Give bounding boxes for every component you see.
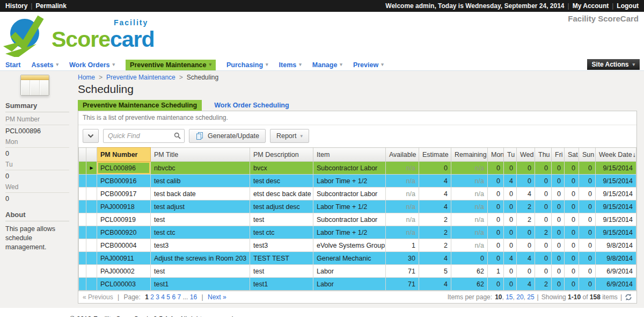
cell-fri[interactable]: 0 <box>552 278 565 291</box>
report-button[interactable]: Report ▾ <box>270 129 309 143</box>
next-page-button[interactable]: Next » <box>208 293 226 301</box>
cell-wed[interactable]: 0 <box>517 162 535 175</box>
site-actions-button[interactable]: Site Actions ▾ <box>587 59 640 70</box>
page-link-3[interactable]: 3 <box>156 293 159 301</box>
cell-available[interactable]: n/a <box>386 162 419 175</box>
cell-sat[interactable]: 0 <box>565 175 579 188</box>
cell-week-date[interactable]: 9/15/2014 <box>596 226 636 239</box>
cell-pm-title[interactable]: Adjust the screws in Room 203 <box>151 252 250 265</box>
cell-fri[interactable]: 0 <box>552 162 565 175</box>
cell-pm-number[interactable]: PCB000917 <box>97 188 151 200</box>
cell-pm-title[interactable]: test ctc <box>151 226 250 239</box>
table-row-pcl000919[interactable]: PCL000919testtestSubcontractor Laborn/a2… <box>79 213 636 226</box>
column-header-remaining[interactable]: Remaining <box>451 148 488 162</box>
cell-pm-number[interactable]: PCB000920 <box>97 226 151 239</box>
cell-available[interactable]: 71 <box>386 265 419 278</box>
cell-mon[interactable]: 0 <box>488 278 504 291</box>
cell-pm-description[interactable]: test <box>250 213 313 226</box>
cell-pm-description[interactable]: etst desc back date <box>250 188 313 200</box>
cell-pm-number[interactable]: PAJ000002 <box>97 265 151 278</box>
column-header-fri[interactable]: Fri <box>552 148 565 162</box>
nav-item-assets[interactable]: Assets▾ <box>31 61 58 69</box>
cell-fri[interactable]: 0 <box>552 226 565 239</box>
cell-sun[interactable]: 0 <box>579 188 596 200</box>
cell-sun[interactable]: 0 <box>579 213 596 226</box>
cell-fri[interactable]: 0 <box>552 200 565 213</box>
cell-mon[interactable]: 1 <box>488 265 504 278</box>
cell-sun[interactable]: 0 <box>579 239 596 252</box>
cell-sun[interactable]: 0 <box>579 162 596 175</box>
tab-work-order-scheduling[interactable]: Work Order Scheduling <box>209 100 294 111</box>
cell-thu[interactable]: 2 <box>535 226 552 239</box>
column-header-pm-number[interactable]: PM Number <box>97 148 151 162</box>
nav-item-items[interactable]: Items▾ <box>279 61 302 69</box>
cell-week-date[interactable]: 6/9/2014 <box>596 278 636 291</box>
cell-tu[interactable]: 0 <box>504 239 517 252</box>
cell-sun[interactable]: 0 <box>579 278 596 291</box>
cell-mon[interactable]: 0 <box>488 239 504 252</box>
cell-tu[interactable]: 4 <box>504 175 517 188</box>
cell-wed[interactable]: 4 <box>517 278 535 291</box>
cell-remaining[interactable]: n/a <box>451 239 488 252</box>
table-row-paj000918[interactable]: PAJ000918test adjusttest adjust descLabo… <box>79 200 636 213</box>
cell-wed[interactable]: 2 <box>517 200 535 213</box>
column-header-pm-title[interactable]: PM Title <box>151 148 250 162</box>
cell-estimate[interactable]: 2 <box>419 226 451 239</box>
nav-item-purchasing[interactable]: Purchasing▾ <box>226 61 268 69</box>
refresh-button[interactable] <box>625 293 632 301</box>
cell-tu[interactable]: 4 <box>504 252 517 265</box>
cell-tu[interactable]: 0 <box>504 188 517 200</box>
cell-remaining[interactable]: n/a <box>451 213 488 226</box>
cell-remaining[interactable]: n/a <box>451 200 488 213</box>
cell-week-date[interactable]: 9/8/2014 <box>596 239 636 252</box>
cell-thu[interactable]: 0 <box>535 239 552 252</box>
cell-pm-number[interactable]: PAJ000911 <box>97 252 151 265</box>
cell-week-date[interactable]: 6/9/2014 <box>596 265 636 278</box>
cell-wed[interactable]: 0 <box>517 239 535 252</box>
cell-sat[interactable]: 0 <box>565 188 579 200</box>
breadcrumb-item-home[interactable]: Home <box>78 74 95 81</box>
cell-mon[interactable]: 0 <box>488 188 504 200</box>
cell-sat[interactable]: 0 <box>565 252 579 265</box>
cell-thu[interactable]: 0 <box>535 213 552 226</box>
cell-pm-title[interactable]: nbvcbc <box>151 162 250 175</box>
table-row-pcl000003[interactable]: PCL000003test1test1Labor7146200420006/9/… <box>79 278 636 291</box>
cell-tu[interactable]: 0 <box>504 265 517 278</box>
cell-fri[interactable]: 0 <box>552 265 565 278</box>
cell-week-date[interactable]: 9/15/2014 <box>596 162 636 175</box>
column-header-available[interactable]: Available <box>386 148 419 162</box>
cell-wed[interactable]: 0 <box>517 175 535 188</box>
cell-pm-description[interactable]: TEST TEST <box>250 252 313 265</box>
cell-thu[interactable]: 0 <box>535 175 552 188</box>
cell-pm-title[interactable]: test <box>151 213 250 226</box>
cell-sat[interactable]: 0 <box>565 265 579 278</box>
nav-item-work-orders[interactable]: Work Orders▾ <box>69 61 115 69</box>
page-link-4[interactable]: 4 <box>161 293 165 301</box>
cell-tu[interactable]: 0 <box>504 278 517 291</box>
table-row-paj000002[interactable]: PAJ000002testtestLabor7156210000006/9/20… <box>79 265 636 278</box>
cell-available[interactable]: n/a <box>386 226 419 239</box>
cell-pm-title[interactable]: test3 <box>151 239 250 252</box>
cell-thu[interactable]: 2 <box>535 278 552 291</box>
cell-item[interactable]: General Mechanic <box>313 252 386 265</box>
cell-available[interactable]: 71 <box>386 278 419 291</box>
cell-sat[interactable]: 0 <box>565 226 579 239</box>
cell-estimate[interactable]: 4 <box>419 200 451 213</box>
cell-thu[interactable]: 0 <box>535 162 552 175</box>
breadcrumb-item-preventive-maintenance[interactable]: Preventive Maintenance <box>106 74 175 81</box>
cell-pm-title[interactable]: test adjust <box>151 200 250 213</box>
cell-thu[interactable]: 0 <box>535 252 552 265</box>
cell-item[interactable]: eVolve Systems Group <box>313 239 386 252</box>
cell-fri[interactable]: 0 <box>552 252 565 265</box>
items-per-page-option-25[interactable]: 25 <box>527 293 534 301</box>
nav-item-preview[interactable]: Preview▾ <box>353 61 384 69</box>
cell-available[interactable]: n/a <box>386 188 419 200</box>
cell-mon[interactable]: 0 <box>488 226 504 239</box>
page-link-7[interactable]: 7 <box>177 293 181 301</box>
column-header-thu[interactable]: Thu <box>535 148 552 162</box>
column-header-mon[interactable]: Mon <box>488 148 504 162</box>
cell-estimate[interactable]: 5 <box>419 265 451 278</box>
cell-available[interactable]: 30 <box>386 252 419 265</box>
cell-pm-title[interactable]: test1 <box>151 278 250 291</box>
cell-sat[interactable]: 0 <box>565 278 579 291</box>
